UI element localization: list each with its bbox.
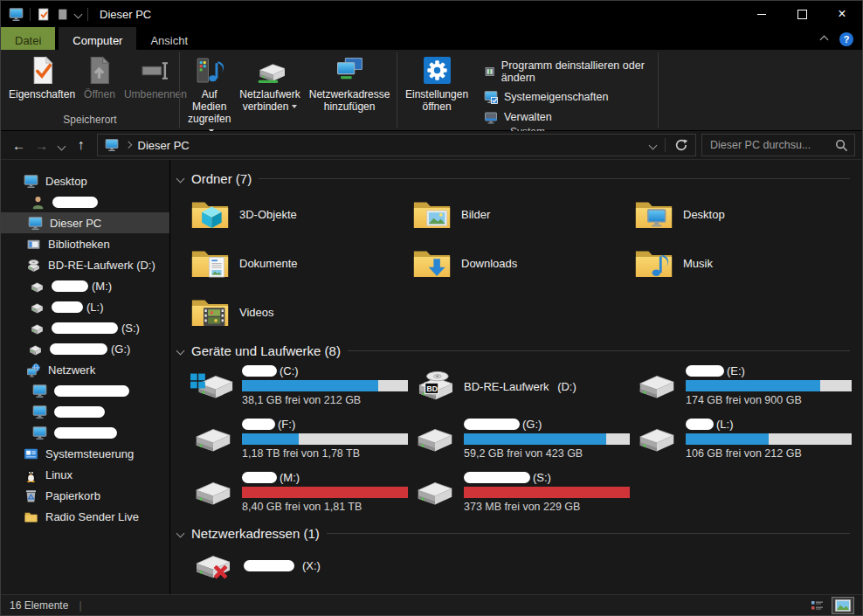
back-button[interactable]: ← — [8, 138, 30, 153]
tab-datei[interactable]: Datei — [1, 27, 55, 50]
folder-name: Downloads — [461, 257, 517, 270]
sidebar-item-bibliotheken[interactable]: Bibliotheken — [1, 233, 169, 254]
collapse-section-icon[interactable] — [176, 529, 185, 537]
drive-letter: (G:) — [111, 343, 130, 356]
sidebar-item-drive-g[interactable]: (G:) — [1, 338, 169, 359]
address-bar-row: ← → ↑ Dieser PC — [1, 131, 862, 160]
folder-tile-dokumente[interactable]: Dokumente — [190, 239, 412, 287]
eigenschaften-button[interactable]: Eigenschaften — [4, 53, 79, 103]
refresh-icon[interactable] — [674, 138, 688, 152]
collapse-ribbon-icon[interactable] — [820, 35, 829, 44]
titlebar[interactable]: Dieser PC × — [1, 1, 862, 27]
close-icon: × — [838, 7, 846, 21]
folder-tile-musik[interactable]: Musik — [634, 239, 856, 287]
monitor-icon — [32, 384, 47, 398]
einstellungen-oeffnen-button[interactable]: Einstellungen öffnen — [401, 53, 473, 115]
penguin-icon — [24, 467, 38, 482]
divider — [87, 8, 88, 21]
sidebar-item-radio-sender-live[interactable]: Radio Sender Live — [1, 506, 169, 527]
search-input[interactable] — [708, 138, 832, 152]
details-view-button[interactable] — [807, 598, 828, 613]
button-label: Umbenennen — [124, 88, 187, 100]
systemeigenschaften-button[interactable]: Systemeigenschaften — [484, 90, 647, 104]
folder-tile-videos[interactable]: Videos — [190, 287, 412, 336]
network-location-tile-x[interactable]: (X:) — [190, 544, 862, 586]
sidebar-item-network-pc-1[interactable] — [1, 380, 169, 401]
folder-tile-bilder[interactable]: Bilder — [412, 190, 634, 239]
link-label: Programm deinstallieren oder ändern — [501, 59, 647, 84]
status-bar: 16 Elemente | — [1, 594, 862, 615]
netzwerkadresse-hinzufuegen-button[interactable]: Netzwerkadresse hinzufügen — [305, 53, 395, 115]
section-title: Netzwerkadressen (1) — [191, 526, 320, 541]
customize-toolbar-chevron-icon[interactable] — [74, 10, 83, 18]
sidebar-item-netzwerk[interactable]: Netzwerk — [1, 359, 169, 380]
sidebar-item-user-folder[interactable] — [1, 191, 169, 212]
netzlaufwerk-verbinden-button[interactable]: Netzlaufwerk verbinden — [235, 53, 304, 115]
disconnected-network-drive-icon — [190, 549, 236, 582]
drive-tile-f[interactable]: (F:) 1,18 TB frei von 1,78 TB — [190, 415, 412, 465]
free-space-text: 373 MB frei von 229 GB — [464, 501, 630, 513]
drive-tile-s[interactable]: (S:) 373 MB frei von 229 GB — [412, 468, 634, 518]
drive-tile-e[interactable]: (E:) 174 GB frei von 900 GB — [634, 362, 856, 412]
section-title: Geräte und Laufwerke (8) — [191, 343, 341, 358]
minimize-button[interactable] — [742, 1, 782, 27]
sidebar-item-drive-l[interactable]: (L:) — [1, 296, 169, 317]
sidebar-item-drive-s[interactable]: (S:) — [1, 317, 169, 338]
hdd-icon — [30, 300, 45, 315]
breadcrumb-path[interactable]: Dieser PC — [138, 139, 190, 152]
folder-tile-3d-objekte[interactable]: 3D-Objekte — [190, 190, 412, 239]
drive-tile-l[interactable]: (L:) 106 GB frei von 212 GB — [634, 415, 856, 465]
sidebar-item-network-pc-2[interactable] — [1, 401, 169, 422]
breadcrumb-chevron-icon[interactable] — [125, 142, 132, 149]
tab-label: Datei — [15, 34, 41, 47]
network-monitors-icon — [335, 56, 364, 85]
new-folder-quick-icon[interactable] — [56, 8, 69, 21]
divider: | — [79, 599, 81, 612]
drive-tile-d-bd-re[interactable]: BD-RE-Laufwerk (D:) — [412, 362, 634, 412]
link-label: Verwalten — [504, 111, 552, 123]
section-header-ordner[interactable]: Ordner (7) — [177, 169, 862, 188]
ribbon-group-netzwerk: Auf Medien zugreifen Netzlaufwerk verbin… — [180, 50, 397, 130]
tab-computer[interactable]: Computer — [59, 27, 136, 50]
programm-deinstallieren-button[interactable]: Programm deinstallieren oder ändern — [484, 59, 647, 84]
drive-tile-g[interactable]: (G:) 59,2 GB frei von 423 GB — [412, 415, 634, 465]
thumbnail-view-button[interactable] — [832, 598, 853, 613]
auf-medien-zugreifen-button[interactable]: Auf Medien zugreifen — [183, 53, 235, 140]
collapse-section-icon[interactable] — [176, 346, 185, 355]
sidebar-item-papierkorb[interactable]: Papierkorb — [1, 485, 169, 506]
sidebar-item-network-pc-3[interactable] — [1, 422, 169, 443]
sidebar-item-label: Desktop — [45, 175, 87, 188]
help-icon[interactable]: ? — [839, 32, 853, 46]
search-box[interactable] — [701, 134, 855, 156]
tab-ansicht[interactable]: Ansicht — [136, 27, 202, 50]
sidebar-item-dieser-pc[interactable]: Dieser PC — [1, 212, 169, 233]
chevron-down-icon — [57, 142, 66, 151]
verwalten-button[interactable]: Verwalten — [484, 110, 647, 124]
sidebar-item-linux[interactable]: Linux — [1, 464, 169, 485]
folder-tile-downloads[interactable]: Downloads — [412, 239, 634, 287]
collapse-section-icon[interactable] — [176, 174, 185, 183]
breadcrumb[interactable]: Dieser PC — [97, 134, 696, 156]
folder-pictures-icon — [412, 197, 452, 231]
oeffnen-button[interactable]: Öffnen — [79, 53, 120, 103]
ribbon-tab-row: Datei Computer Ansicht ? — [1, 27, 862, 50]
sidebar-item-bd-re-laufwerk[interactable]: BD-RE-Laufwerk (D:) — [1, 254, 169, 275]
drive-tile-m[interactable]: (M:) 8,40 GB frei von 1,81 TB — [190, 468, 412, 518]
close-button[interactable]: × — [822, 1, 862, 27]
section-header-geraete[interactable]: Geräte und Laufwerke (8) — [177, 341, 862, 360]
forward-button[interactable]: → — [31, 138, 52, 153]
properties-quick-icon[interactable] — [37, 8, 50, 21]
manage-computer-icon — [484, 110, 498, 124]
folder-tile-desktop[interactable]: Desktop — [634, 190, 856, 239]
sidebar-item-drive-m[interactable]: (M:) — [1, 275, 169, 296]
drive-letter: (S:) — [533, 471, 551, 484]
address-dropdown-icon[interactable] — [649, 141, 658, 149]
section-header-netzwerkadressen[interactable]: Netzwerkadressen (1) — [177, 523, 862, 543]
up-button[interactable]: ↑ — [70, 137, 92, 153]
sidebar-item-desktop[interactable]: Desktop — [1, 170, 169, 191]
redacted-label — [54, 385, 129, 397]
drive-tile-c[interactable]: (C:) 38,1 GB frei von 212 GB — [190, 362, 412, 412]
recent-locations-button[interactable] — [53, 137, 69, 153]
sidebar-item-systemsteuerung[interactable]: Systemsteuerung — [1, 443, 169, 464]
maximize-button[interactable] — [782, 1, 822, 27]
